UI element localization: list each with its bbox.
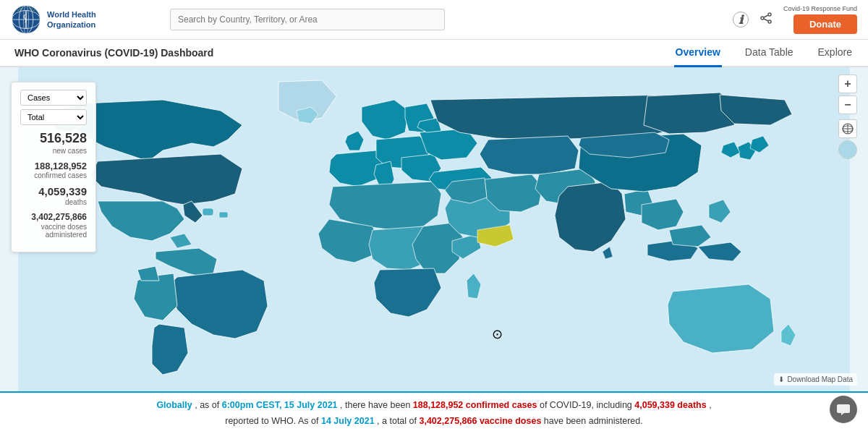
chat-icon[interactable] (830, 396, 857, 423)
header: World Health Organization ℹ Covid-19 Res… (0, 0, 868, 40)
info-icon[interactable]: ℹ (733, 12, 749, 27)
search-input[interactable] (170, 9, 445, 30)
deaths-label: deaths (20, 198, 87, 206)
dropdown-total[interactable]: Total Per 100k (20, 109, 87, 125)
map-container[interactable]: Cases Deaths Vaccine Doses Total Per 100… (0, 67, 868, 391)
nav-tabs: Overview Data Table Explore (674, 39, 854, 67)
confirmed-cases-number: 188,128,952 (20, 161, 87, 172)
svg-rect-13 (219, 212, 228, 218)
stats-panel: Cases Deaths Vaccine Doses Total Per 100… (11, 82, 96, 252)
share-icon[interactable] (760, 12, 773, 27)
tab-explore[interactable]: Explore (817, 39, 854, 67)
tab-overview[interactable]: Overview (674, 39, 722, 67)
footer-line1: Globally , as of 6:00pm CEST, 15 July 20… (14, 398, 854, 413)
zoom-in-button[interactable]: + (838, 75, 857, 93)
svg-point-7 (768, 20, 771, 23)
header-right: ℹ Covid-19 Response Fund Donate (733, 5, 857, 35)
layer-button[interactable] (838, 140, 857, 159)
world-map (0, 67, 868, 391)
download-map-button[interactable]: ⬇ Download Map Data (774, 373, 857, 386)
svg-line-9 (764, 15, 768, 17)
footer-banner: Globally , as of 6:00pm CEST, 15 July 20… (0, 391, 868, 434)
download-icon: ⬇ (778, 375, 784, 383)
logo-area: World Health Organization (11, 4, 170, 35)
zoom-out-button[interactable]: − (838, 95, 857, 114)
new-cases-number: 516,528 (20, 131, 87, 147)
map-controls: + − (838, 75, 857, 159)
svg-point-6 (768, 13, 771, 16)
deaths-number: 4,059,339 (20, 185, 87, 198)
svg-point-8 (761, 17, 764, 20)
vaccine-doses-number: 3,402,275,866 (20, 212, 87, 222)
dashboard-title: WHO Coronavirus (COVID-19) Dashboard (14, 47, 674, 59)
dropdown-cases[interactable]: Cases Deaths Vaccine Doses (20, 90, 87, 106)
tab-data-table[interactable]: Data Table (744, 39, 795, 67)
subheader: WHO Coronavirus (COVID-19) Dashboard Ove… (0, 40, 868, 67)
footer-line2: reported to WHO. As of 14 July 2021 , a … (14, 414, 854, 429)
svg-rect-12 (203, 208, 213, 216)
vaccine-doses-label: vaccine doses administered (20, 223, 87, 239)
logo-text: World Health Organization (47, 9, 96, 30)
download-label: Download Map Data (787, 375, 853, 383)
new-cases-label: new cases (20, 147, 87, 155)
covid-fund-label: Covid-19 Response Fund (783, 5, 857, 14)
svg-line-10 (764, 19, 768, 21)
confirmed-cases-label: confirmed cases (20, 171, 87, 179)
donate-button[interactable]: Donate (793, 14, 857, 34)
globe-button[interactable] (838, 119, 857, 138)
who-logo (11, 4, 41, 35)
